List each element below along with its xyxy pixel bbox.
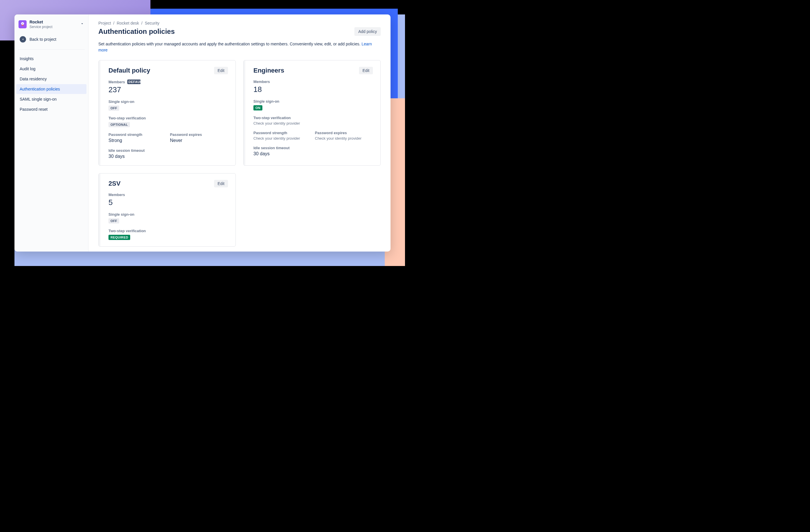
pw-strength-value: Check your identity provider [254,136,311,140]
members-count: 18 [254,85,373,94]
members-count: 5 [109,198,228,207]
two-step-label: Two-step verification [254,116,373,120]
chevron-down-icon [80,22,84,27]
add-policy-button[interactable]: Add policy [354,27,381,36]
svg-point-0 [22,23,23,24]
edit-policy-button[interactable]: Edit [214,180,228,187]
sidebar-divider [18,49,85,50]
policy-title: Default policy [109,67,150,74]
idle-timeout-value: 30 days [254,151,373,156]
breadcrumb-project[interactable]: Project [98,21,111,26]
members-count: 237 [109,85,228,94]
members-label: Members [254,80,373,84]
sidebar-item-authentication-policies[interactable]: Authentication policies [16,84,86,94]
pw-strength-value: Strong [109,138,167,143]
sso-status-pill: OFF [109,105,119,111]
sidebar-item-audit-log[interactable]: Audit log [16,64,86,74]
policy-title: 2SV [109,180,120,187]
sidebar: Rocket Service project Back to project I… [14,14,88,252]
project-switcher[interactable]: Rocket Service project [14,20,88,33]
pw-expires-value: Check your identity provider [315,136,373,140]
breadcrumb-security[interactable]: Security [145,21,159,26]
sso-status-pill: OFF [109,218,119,223]
project-subtitle: Service project [30,25,77,29]
two-step-status-pill: OPTIONAL [109,122,130,127]
sso-label: Single sign-on [254,99,373,103]
sidebar-item-saml-single-sign-on[interactable]: SAML single sign-on [16,94,86,104]
pw-expires-value: Never [170,138,228,143]
back-to-project-button[interactable]: Back to project [14,33,88,45]
sidebar-item-data-residency[interactable]: Data residency [16,74,86,84]
policy-title: Engineers [254,67,284,74]
edit-policy-button[interactable]: Edit [359,67,373,74]
idle-timeout-label: Idle session timeout [109,148,228,153]
main-content: Project/Rocket desk/Security Authenticat… [88,14,391,252]
default-badge: DEFAULT [127,80,141,84]
breadcrumb: Project/Rocket desk/Security [98,21,381,26]
breadcrumb-rocket-desk[interactable]: Rocket desk [117,21,139,26]
sso-label: Single sign-on [109,99,228,104]
project-name: Rocket [30,20,77,25]
pw-expires-label: Password expires [315,131,373,135]
edit-policy-button[interactable]: Edit [214,67,228,74]
sso-status-pill: ON [254,105,262,111]
sidebar-item-insights[interactable]: Insights [16,54,86,64]
sidebar-item-password-reset[interactable]: Password reset [16,104,86,114]
rocket-icon [18,20,27,28]
pw-expires-label: Password expires [170,132,228,137]
page-intro: Set authentication policies with your ma… [98,41,381,53]
two-step-status-pill: REQUIRED [109,235,130,240]
two-step-value: Check your identity provider [254,121,373,126]
pw-strength-label: Password strength [109,132,167,137]
sso-label: Single sign-on [109,212,228,217]
arrow-left-icon [20,36,26,43]
members-label: Members [109,193,228,197]
pw-strength-label: Password strength [254,131,311,135]
two-step-label: Two-step verification [109,229,228,233]
back-label: Back to project [30,37,56,41]
idle-timeout-value: 30 days [109,154,228,159]
policy-card-default-policy: Default policyEditMembersDEFAULT237Singl… [98,60,236,166]
policy-card-2sv: 2SVEditMembers5Single sign-onOFFTwo-step… [98,173,236,247]
members-label: MembersDEFAULT [109,80,228,84]
idle-timeout-label: Idle session timeout [254,146,373,150]
policy-card-engineers: EngineersEditMembers18Single sign-onONTw… [243,60,381,166]
app-window: Rocket Service project Back to project I… [14,14,391,252]
two-step-label: Two-step verification [109,116,228,120]
page-title: Authentication policies [98,28,175,36]
